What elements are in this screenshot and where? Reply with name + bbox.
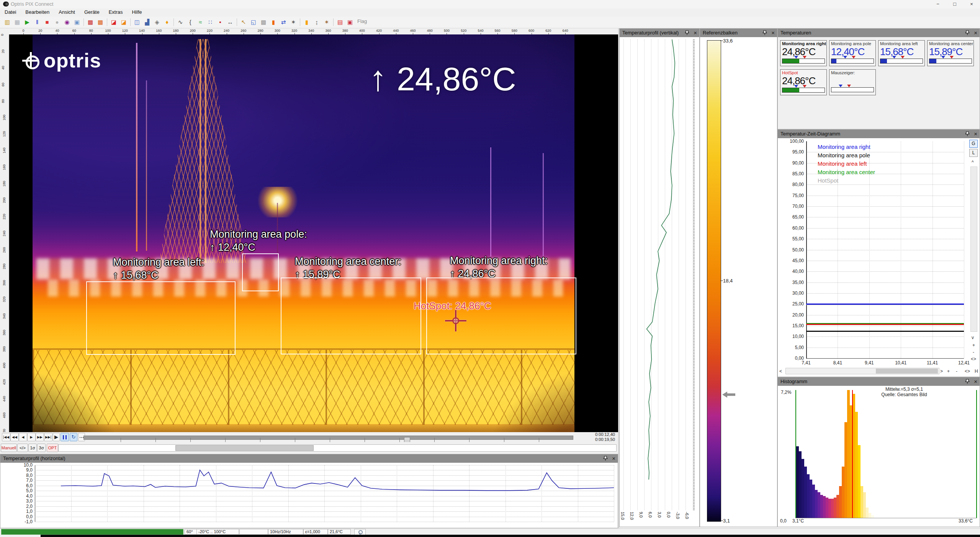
close-panel-icon[interactable]: × [612, 454, 615, 463]
palette-image-alt-icon[interactable]: ▩ [96, 18, 105, 27]
fullscreen-icon[interactable]: ◱ [249, 18, 258, 27]
profile-tool-icon[interactable]: ∿ [176, 18, 185, 27]
hand-tool-icon[interactable]: ↖ [239, 18, 248, 27]
pin-icon[interactable] [965, 131, 970, 137]
scroll-up-icon[interactable]: ^ [972, 160, 974, 165]
nav-first-button[interactable]: |◀◀ [2, 433, 10, 441]
pause-device-icon[interactable]: ‖ [33, 18, 42, 27]
layout-windows-icon[interactable]: ◫ [133, 18, 142, 27]
palette-image-icon[interactable]: ▩ [86, 18, 95, 27]
ruler-tool-icon[interactable]: ↔ [226, 18, 235, 27]
settings-tools-icon[interactable]: ✶ [289, 18, 298, 27]
isotherm-tool-icon[interactable]: { [186, 18, 195, 27]
palette-bar-icon[interactable]: ▮ [269, 18, 278, 27]
record-icon[interactable]: ● [52, 18, 62, 27]
palette-switch-icon[interactable]: ⇄ [279, 18, 288, 27]
pin-icon[interactable] [965, 379, 970, 384]
high-marker-icon [950, 56, 954, 60]
mode-button-manuell[interactable]: Manuell [1, 444, 17, 452]
titlebar: Optris PIX Connect − □ × [0, 0, 980, 9]
image-gray-icon[interactable]: ▩ [259, 18, 268, 27]
hotspot-crosshair-icon[interactable] [445, 310, 466, 331]
menu-item-bearbeiten[interactable]: Bearbeiten [21, 8, 54, 16]
play-button[interactable]: ▶ [53, 433, 60, 441]
mode-button-opt[interactable]: OPT [47, 444, 58, 452]
nav-fast-forward-button[interactable]: ▶▶ [36, 433, 44, 441]
zoom-in-h-icon[interactable]: + [947, 369, 950, 374]
image-orange-icon[interactable]: ◪ [119, 18, 128, 27]
config-tools-icon[interactable]: ✶ [322, 18, 331, 27]
menu-item-hilfe[interactable]: Hilfe [127, 8, 146, 16]
pin-icon[interactable] [965, 30, 970, 36]
temp-dots-icon[interactable]: ▪ [216, 18, 225, 27]
fit-h-icon[interactable]: <> [965, 369, 970, 374]
area-box-center[interactable] [281, 277, 421, 354]
mode-button-3[interactable]: 3σ [37, 444, 46, 452]
x-tick-label: 11,41 [927, 360, 938, 366]
menu-item-datei[interactable]: Datei [0, 8, 21, 16]
h-scrollbar-thumb[interactable] [876, 369, 938, 374]
pin-icon[interactable] [685, 30, 689, 36]
time-diagram-tool-icon[interactable]: ≈ [196, 18, 205, 27]
loop-button[interactable]: ↻ [70, 433, 77, 441]
range-lock-icon[interactable]: ↨ [312, 18, 321, 27]
close-panel-icon[interactable]: × [771, 29, 775, 37]
snapshot-camera-icon[interactable]: ◉ [62, 18, 72, 27]
stop-record-icon[interactable]: ■ [43, 18, 52, 27]
nav-fast-back-button[interactable]: ◀◀ [10, 433, 19, 441]
open-file-icon[interactable]: ▥ [3, 18, 12, 27]
menu-item-ansicht[interactable]: Ansicht [54, 8, 80, 16]
hist-bar [804, 467, 807, 518]
copy-image-icon[interactable]: ▣ [72, 18, 82, 27]
close-panel-icon[interactable]: × [974, 130, 977, 138]
histogram-tool-icon[interactable]: ▟ [142, 18, 152, 27]
nav-back-button[interactable]: ◀ [19, 433, 27, 441]
image-red-icon[interactable]: ◪ [109, 18, 118, 27]
y-tick-label: 3,0 [16, 498, 33, 504]
pin-icon[interactable] [762, 30, 767, 36]
area-label-right: Monitoring area right:↑ 24,86°C [450, 254, 548, 280]
minimize-button[interactable]: − [929, 0, 946, 8]
zoom-out-h-icon[interactable]: - [956, 369, 957, 374]
scroll-right-icon[interactable]: > [940, 369, 943, 374]
zoom-in-v-icon[interactable]: + [972, 343, 975, 348]
maximize-button[interactable]: □ [946, 0, 963, 8]
menu-item-geräte[interactable]: Geräte [80, 8, 104, 16]
mode-button-[interactable]: </> [17, 444, 28, 452]
timeline-slider[interactable] [83, 436, 573, 440]
play-device-icon[interactable]: ▶ [23, 18, 32, 27]
fit-v-icon[interactable]: <> [971, 356, 976, 362]
nav-forward-button[interactable]: ▶ [27, 433, 36, 441]
hotspot-tool-icon[interactable]: ♦ [162, 18, 172, 27]
h-scrollbar[interactable] [785, 368, 939, 374]
close-panel-icon[interactable]: × [974, 377, 977, 386]
subtitle-red-icon[interactable]: ▤ [335, 18, 345, 27]
close-button[interactable]: × [963, 0, 980, 8]
v-scrollbar[interactable] [970, 166, 977, 332]
pause-button[interactable] [61, 433, 69, 441]
scroll-left-icon[interactable]: < [779, 369, 782, 374]
nav-last-button[interactable]: ▶▶| [44, 433, 52, 441]
zoom-out-v-icon[interactable]: - [973, 349, 974, 355]
hold-button[interactable]: H [975, 369, 978, 374]
range-scrollbar-thumb[interactable] [175, 445, 314, 451]
area-box-left[interactable] [86, 281, 236, 355]
save-file-icon[interactable]: ▦ [13, 18, 22, 27]
flame-palette-icon[interactable]: ▮ [302, 18, 311, 27]
close-panel-icon[interactable]: × [974, 29, 977, 37]
pin-icon[interactable] [603, 456, 608, 461]
y-tick-label: 95,00 [781, 149, 804, 155]
device-info-icon[interactable]: ◈ [152, 18, 162, 27]
flag-label[interactable]: Flag [357, 18, 367, 24]
mode-button-1[interactable]: 1σ [28, 444, 37, 452]
chart-l-button[interactable]: L [969, 149, 978, 157]
chart-g-button[interactable]: G [969, 140, 978, 148]
ruler-tick-label: 340 [2, 313, 6, 319]
scroll-down-icon[interactable]: v [972, 335, 974, 340]
close-panel-icon[interactable]: × [694, 29, 697, 37]
digits-display-icon[interactable]: ∷ [206, 18, 215, 27]
area-box-pole[interactable] [242, 253, 279, 291]
menu-item-extras[interactable]: Extras [104, 8, 128, 16]
save-video-icon[interactable]: ▣ [345, 18, 355, 27]
range-scrollbar[interactable] [58, 444, 617, 452]
